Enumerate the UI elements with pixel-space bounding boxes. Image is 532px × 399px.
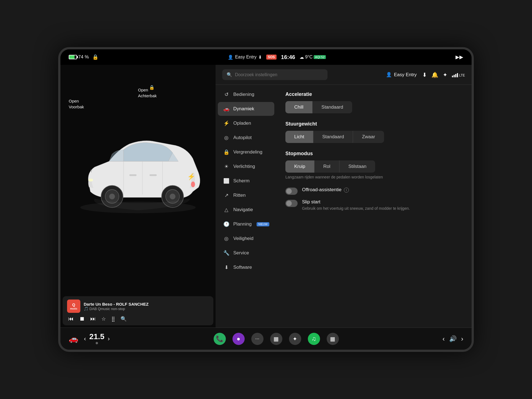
search-input[interactable] (235, 72, 323, 77)
nav-label-autopilot: Autopilot (233, 135, 252, 140)
dynamiek-icon: 🚗 (223, 106, 229, 112)
nav-item-navigatie[interactable]: △ Navigatie (218, 203, 274, 217)
vergrendeling-icon: 🔒 (223, 149, 229, 155)
offroad-info-icon[interactable]: i (344, 188, 349, 193)
nav-item-verlichting[interactable]: ☀ Verlichting (218, 160, 274, 173)
slip-toggle[interactable] (285, 200, 298, 207)
btn-standaard-acc[interactable]: Standaard (313, 101, 352, 113)
nav-label-dynamiek: Dynamiek (233, 106, 254, 112)
lock-icon: 🔒 (92, 54, 98, 60)
nav-label-verlichting: Verlichting (233, 164, 255, 169)
nav-label-scherm: Scherm (233, 178, 250, 184)
nav-item-service[interactable]: 🔧 Service (218, 246, 274, 260)
music-title: Darte Un Beso - ROLF SANCHEZ (84, 302, 209, 306)
verlichting-icon: ☀ (223, 163, 229, 170)
temp-value: 21.5 (89, 332, 104, 341)
search-music-button[interactable]: 🔍 (121, 316, 127, 322)
btn-licht[interactable]: Licht (285, 131, 313, 143)
battery-icon (69, 55, 77, 59)
main-content: OpenVoorbak 🔒 OpenAchterbak (60, 65, 472, 328)
battery-indicator: 74 % (69, 54, 89, 60)
grid-app[interactable]: ▦ (327, 333, 339, 345)
slip-desc: Gebruik om het voertuig uit sneeuw, zand… (302, 206, 410, 211)
nav-item-vergrendeling[interactable]: 🔒 Vergrendeling (218, 145, 274, 159)
svg-point-9 (88, 178, 93, 181)
dots-app[interactable]: ··· (251, 333, 264, 345)
service-icon: 🔧 (223, 250, 229, 256)
offroad-toggle[interactable] (285, 188, 298, 195)
bell-icon[interactable]: 🔔 (431, 71, 438, 78)
signal-bar-4 (457, 73, 458, 77)
btn-rol[interactable]: Rol (314, 160, 340, 173)
veiligheid-icon: ◎ (223, 236, 229, 242)
svg-point-5 (109, 193, 115, 199)
nav-item-veiligheid[interactable]: ◎ Veiligheid (218, 232, 274, 245)
spotify-app[interactable]: ♫ (308, 333, 320, 345)
software-icon: ⬇ (223, 264, 229, 270)
nav-label-vergrendeling: Vergrendeling (233, 149, 262, 155)
nav-label-bediening: Bediening (233, 92, 254, 97)
acceleratie-title: Acceleratie (285, 91, 463, 97)
svg-point-8 (170, 193, 175, 199)
bluetooth-app[interactable]: ✦ (289, 333, 301, 345)
sos-badge[interactable]: SOS (266, 55, 277, 60)
nav-right-button[interactable]: › (461, 335, 463, 343)
music-station: 🎵 DAB Qmusic non-stop (84, 306, 209, 311)
btn-standaard-stuur[interactable]: Standaard (313, 131, 353, 143)
settings-nav: ↺ Bediening 🚗 Dynamiek ⚡ Opladen ◎ Autop… (216, 85, 277, 328)
nav-item-autopilot[interactable]: ◎ Autopilot (218, 131, 274, 145)
volume-icon[interactable]: 🔊 (449, 335, 457, 342)
favorite-button[interactable]: ☆ (101, 316, 106, 322)
btn-stilstaan[interactable]: Stilstaan (339, 160, 375, 173)
profile-icon: 👤 (386, 72, 392, 78)
ritten-icon: ↗ (223, 192, 229, 198)
btn-kruip[interactable]: Kruip (285, 160, 314, 173)
aqi-badge: AQI 52 (314, 55, 326, 59)
status-left: 74 % 🔒 (69, 54, 98, 60)
planning-badge: NIEUW (257, 222, 269, 226)
phone-app[interactable]: 📞 (214, 333, 226, 345)
signal-bar-3 (455, 74, 456, 77)
offroad-text: Offroad-assistentie i (302, 187, 349, 194)
stuurgewicht-section: Stuurgewicht Licht Standaard Zwaar (285, 121, 463, 143)
nav-item-scherm[interactable]: ⬜ Scherm (218, 174, 274, 188)
music-info: Darte Un Beso - ROLF SANCHEZ 🎵 DAB Qmusi… (84, 302, 209, 311)
equalizer-button[interactable]: ⣿ (111, 316, 115, 322)
tasks-app[interactable]: ▦ (270, 333, 282, 345)
autopilot-icon: ◎ (223, 135, 229, 141)
bluetooth-icon[interactable]: ✦ (443, 71, 447, 78)
offroad-row: Offroad-assistentie i (285, 187, 463, 195)
music-player-top: Q music Darte Un Beso - ROLF SANCHEZ 🎵 D… (67, 300, 209, 313)
scherm-icon: ⬜ (223, 178, 229, 184)
search-box[interactable]: 🔍 (222, 69, 328, 80)
stop-button[interactable]: ⏹ (79, 316, 85, 322)
music-player: Q music Darte Un Beso - ROLF SANCHEZ 🎵 D… (63, 296, 213, 325)
download-icon[interactable]: ⬇ (422, 71, 427, 78)
lte-label: LTE (459, 73, 465, 77)
car-svg: T ⚡ (66, 120, 210, 214)
nav-item-dynamiek[interactable]: 🚗 Dynamiek (218, 102, 274, 116)
nav-label-software: Software (233, 265, 252, 270)
nav-left-button[interactable]: ‹ (443, 335, 445, 343)
btn-zwaar[interactable]: Zwaar (353, 131, 384, 143)
prev-button[interactable]: ⏮ (68, 316, 74, 322)
temp-increase-button[interactable]: › (108, 335, 110, 342)
nav-item-planning[interactable]: 🕐 Planning NIEUW (218, 217, 274, 231)
car-status-icon[interactable]: 🚗 (69, 334, 78, 343)
nav-item-bediening[interactable]: ↺ Bediening (218, 88, 274, 101)
svg-text:T: T (90, 169, 93, 173)
next-button[interactable]: ⏭ (90, 316, 96, 322)
btn-chill[interactable]: Chill (285, 101, 313, 113)
stopmodus-buttons: Kruip Rol Stilstaan (285, 160, 375, 173)
nav-item-ritten[interactable]: ↗ Ritten (218, 188, 274, 202)
nav-item-opladen[interactable]: ⚡ Opladen (218, 116, 274, 130)
svg-rect-1 (129, 174, 137, 176)
header-right: 👤 Easy Entry ⬇ 🔔 ✦ LTE (386, 71, 465, 78)
nav-item-software[interactable]: ⬇ Software (218, 260, 274, 274)
acceleratie-section: Acceleratie Chill Standaard (285, 91, 463, 113)
temp-decrease-button[interactable]: ‹ (84, 335, 86, 342)
camera-app[interactable]: ● (232, 333, 245, 345)
nav-label-veiligheid: Veiligheid (233, 236, 254, 241)
stuurgewicht-title: Stuurgewicht (285, 121, 463, 127)
nav-label-ritten: Ritten (233, 193, 245, 198)
